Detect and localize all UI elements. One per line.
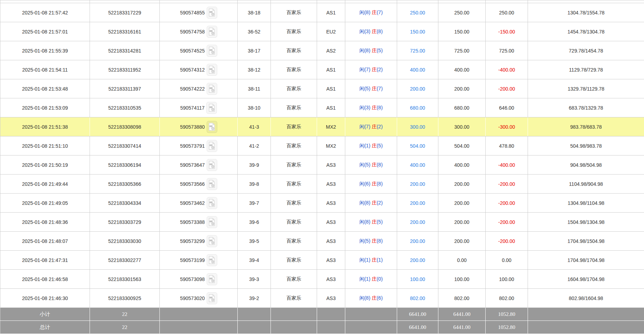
result-cell: 闲(6) 庄(8) (345, 175, 397, 194)
game-number-group: 590574525 (160, 45, 237, 57)
game-number: 590573098 (180, 276, 205, 282)
shoe-round-cell: 39-2 (238, 289, 271, 308)
game-number: 590573299 (180, 238, 205, 244)
film-file-icon (208, 294, 215, 302)
balance-cell: 802.98/1604.98 (528, 289, 644, 308)
film-file-icon (208, 85, 215, 93)
bet-record-row[interactable]: 2025-01-08 21:47:31 522183302277 5905731… (0, 251, 644, 270)
banker-label: 庄 (372, 124, 377, 129)
win-loss-cell: -200.00 (486, 175, 528, 194)
win-loss-cell: -150.00 (486, 22, 528, 41)
game-number: 590574312 (180, 67, 205, 73)
player-result: 闲(8) (359, 219, 372, 225)
bet-record-row[interactable]: 2025-01-08 21:50:19 522183306194 5905736… (0, 155, 644, 175)
game-number: 590573791 (180, 143, 205, 149)
shoe-round-cell: 39-7 (238, 194, 271, 213)
video-replay-button[interactable] (207, 64, 217, 76)
game-type-cell: 百家乐 (271, 155, 317, 175)
film-file-icon (208, 123, 215, 131)
video-replay-button[interactable] (207, 45, 217, 57)
bet-record-row[interactable]: 2025-01-08 21:46:30 522183300925 5905730… (0, 289, 644, 308)
result-cell: 闲(1) 庄(1) (345, 251, 397, 270)
film-file-icon (208, 104, 215, 112)
result-cell: 闲(5) 庄(8) (345, 232, 397, 251)
bet-amount-cell: 400.00 (397, 155, 438, 175)
result-cell: 闲(3) 庄(8) (345, 22, 397, 41)
order-number-cell: 522183302277 (90, 251, 160, 270)
result-cell: 闲(8) 庄(2) (345, 194, 397, 213)
film-file-icon (208, 47, 215, 55)
bet-time-cell: 2025-01-08 21:55:39 (0, 41, 90, 60)
banker-points: (7) (377, 10, 383, 15)
bet-record-row[interactable]: 2025-01-08 21:49:05 522183304334 5905734… (0, 194, 644, 213)
shoe-round-cell: 39-6 (238, 213, 271, 232)
table-code-cell: AS3 (317, 194, 345, 213)
bet-record-row[interactable]: 2025-01-08 21:53:09 522183310535 5905741… (0, 98, 644, 117)
bet-record-row[interactable]: 2025-01-08 21:48:07 522183303030 5905732… (0, 232, 644, 251)
win-loss-cell: 478.80 (486, 136, 528, 155)
balance-cell: 729.78/1454.78 (528, 41, 644, 60)
order-number-cell: 522183304334 (90, 194, 160, 213)
table-code-cell: AS1 (317, 98, 345, 117)
shoe-round-cell: 41-2 (238, 136, 271, 155)
bet-record-row[interactable]: 2025-01-08 21:48:36 522183303729 5905733… (0, 213, 644, 232)
bet-record-row[interactable]: 2025-01-08 21:51:10 522183307414 5905737… (0, 136, 644, 155)
bet-record-row[interactable]: 2025-01-08 21:55:39 522183314281 5905745… (0, 41, 644, 60)
video-replay-button[interactable] (207, 83, 217, 95)
banker-points: (2) (377, 67, 383, 72)
bet-record-row[interactable]: 2025-01-08 21:51:38 522183308098 5905738… (0, 117, 644, 136)
game-number: 590574525 (180, 48, 205, 54)
game-number-cell: 590573791 (160, 136, 238, 155)
film-file-icon (208, 8, 215, 17)
banker-points: (5) (377, 143, 383, 148)
bet-record-row[interactable]: 2025-01-08 21:57:01 522183316161 5905747… (0, 22, 644, 41)
video-replay-button[interactable] (207, 121, 217, 133)
film-file-icon (208, 275, 215, 283)
video-replay-button[interactable] (206, 102, 217, 114)
bet-record-row[interactable]: 2025-01-08 21:49:44 522183305366 5905735… (0, 175, 644, 194)
player-result: 闲(8) (359, 48, 372, 53)
video-replay-button[interactable] (207, 26, 217, 38)
game-number-group: 590573299 (160, 235, 237, 247)
video-replay-button[interactable] (207, 216, 217, 228)
video-replay-button[interactable] (207, 140, 217, 152)
result-cell: 闲(8) 庄(6) (345, 289, 397, 308)
bet-record-row[interactable]: 2025-01-08 21:53:48 522183311397 5905742… (0, 79, 644, 98)
video-replay-button[interactable] (207, 7, 217, 19)
summary-valid-total-cell: 6441.00 (438, 321, 486, 334)
win-loss-cell: -200.00 (486, 194, 528, 213)
summary-empty-cell (345, 308, 397, 321)
game-number-group: 590573098 (160, 273, 237, 285)
bet-record-row[interactable]: 2025-01-08 21:46:58 522183301563 5905730… (0, 270, 644, 289)
video-replay-button[interactable] (207, 254, 217, 266)
summary-count-cell: 22 (90, 321, 160, 334)
film-file-icon (208, 180, 215, 188)
player-result: 闲(7) (359, 124, 372, 129)
banker-points: (6) (377, 295, 383, 301)
video-replay-button[interactable] (207, 273, 217, 285)
bet-time-cell: 2025-01-08 21:51:10 (0, 136, 90, 155)
video-replay-button[interactable] (207, 178, 217, 190)
game-type-cell: 百家乐 (271, 41, 317, 60)
partial-cell (271, 0, 317, 3)
bet-record-row[interactable]: 2025-01-08 21:57:42 522183317229 5905748… (0, 3, 644, 22)
game-number-cell: 590573388 (160, 213, 238, 232)
table-code-cell: EU2 (317, 22, 345, 41)
video-replay-button[interactable] (207, 235, 217, 247)
subtotal-row: 小计226641.006441.001052.80 (0, 308, 644, 321)
valid-amount-cell: 300.00 (438, 117, 486, 136)
bet-amount-cell: 100.00 (397, 270, 438, 289)
bet-history-table: 2025-01-08 21:57:42 522183317229 5905748… (0, 0, 644, 334)
game-number: 590574117 (180, 105, 205, 111)
video-replay-button[interactable] (207, 197, 217, 209)
summary-empty-cell (238, 308, 271, 321)
bet-amount-cell: 504.00 (397, 136, 438, 155)
game-type-cell: 百家乐 (271, 117, 317, 136)
video-replay-button[interactable] (207, 292, 217, 304)
video-replay-button[interactable] (207, 159, 217, 171)
game-number: 590573566 (180, 181, 205, 187)
game-number-cell: 590574222 (160, 79, 238, 98)
banker-points: (0) (377, 276, 383, 282)
bet-record-row[interactable]: 2025-01-08 21:54:11 522183311952 5905743… (0, 60, 644, 79)
player-result: 闲(5) (359, 162, 372, 167)
